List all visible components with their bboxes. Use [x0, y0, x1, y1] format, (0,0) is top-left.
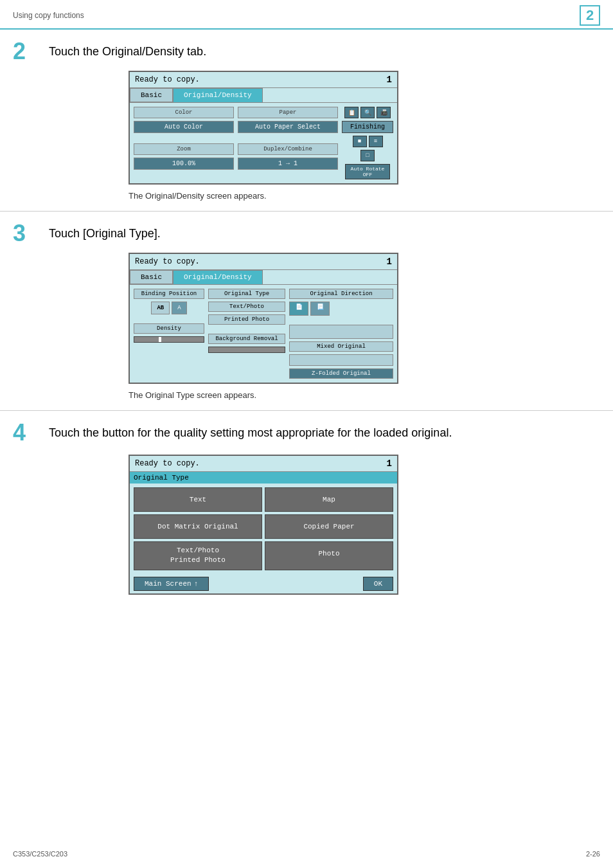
step-3-caption: The Original Type screen appears.	[129, 390, 600, 400]
step2-color-value[interactable]: Auto Color	[134, 121, 234, 133]
step-2-container: 2 Touch the Original/Density tab. Ready …	[0, 30, 613, 212]
step-2-screen: Ready to copy. 1 Basic Original/Density …	[129, 71, 398, 185]
icon-finish1: ■	[353, 136, 367, 147]
step-2-caption: The Original/Density screen appears.	[129, 191, 600, 201]
btn-map[interactable]: Map	[265, 487, 393, 512]
step2-icons: 📋 🔍 📠 Finishing ■ ≡ □ Auto Rotate OFF	[342, 107, 393, 179]
step2-left-col: Color Auto Color Zoom 100.0%	[134, 107, 234, 179]
step4-counter: 1	[387, 458, 392, 469]
step3-bg-bar	[208, 347, 285, 353]
step3-ab-btn[interactable]: AB	[151, 302, 170, 314]
step3-density-label: Density	[134, 323, 204, 334]
step-4-title: Touch the button for the quality setting…	[49, 421, 452, 440]
step3-a-btn[interactable]: A	[172, 302, 186, 314]
step3-counter: 1	[387, 257, 392, 267]
btn-main-screen[interactable]: Main Screen ↑	[134, 577, 209, 591]
step3-mid-col: Original Type Text/Photo Printed Photo B…	[208, 289, 285, 379]
step2-duplex-value[interactable]: 1 → 1	[238, 158, 338, 170]
tab-density-step2[interactable]: Original/Density	[173, 88, 263, 102]
step2-tab-bar: Basic Original/Density	[130, 88, 397, 103]
page-header: Using copy functions 2	[0, 0, 613, 30]
footer-model: C353/C253/C203	[13, 850, 67, 858]
page-number-badge: 2	[580, 5, 600, 26]
step3-orig-dir-label: Original Direction	[289, 289, 393, 299]
step4-bottom-bar: Main Screen ↑ OK	[130, 574, 397, 593]
step2-body: Color Auto Color Zoom 100.0% Paper Auto …	[130, 103, 397, 183]
step-3-header: 3 Touch [Original Type].	[13, 222, 600, 245]
tab-density-step3[interactable]: Original/Density	[173, 270, 263, 284]
btn-text[interactable]: Text	[134, 487, 262, 512]
step3-top-bar: Ready to copy. 1	[130, 254, 397, 270]
step-3-screen: Ready to copy. 1 Basic Original/Density …	[129, 253, 398, 384]
icon-finish2: ≡	[369, 136, 383, 147]
icon-copy: 📋	[344, 107, 359, 118]
icon-square: □	[360, 150, 375, 161]
step2-right-col: 📋 🔍 📠 Finishing ■ ≡ □ Auto Rotate OFF	[342, 107, 393, 179]
footer-page: 2-26	[586, 850, 600, 858]
step2-top-bar: Ready to copy. 1	[130, 72, 397, 88]
header-section-label: Using copy functions	[13, 11, 84, 20]
step2-color-label: Color	[134, 107, 234, 118]
step2-duplex-label: Duplex/Combine	[238, 143, 338, 155]
step-2-number: 2	[13, 40, 39, 63]
btn-photo[interactable]: Photo	[265, 541, 393, 570]
step-2-title: Touch the Original/Density tab.	[49, 40, 206, 59]
step3-orig-type-val1[interactable]: Text/Photo	[208, 302, 285, 312]
step4-orig-type-title: Original Type	[130, 472, 397, 484]
icon-scan: 🔍	[360, 107, 375, 118]
step2-finishing[interactable]: Finishing	[342, 121, 393, 133]
step3-dir-icon2[interactable]: 📃	[310, 302, 330, 316]
step2-auto-rotate[interactable]: Auto Rotate OFF	[345, 164, 390, 179]
step3-mixed-icon	[289, 354, 393, 366]
step4-button-grid: Text Map Dot Matrix Original Copied Pape…	[130, 484, 397, 574]
btn-copied-paper[interactable]: Copied Paper	[265, 514, 393, 539]
step3-body: Binding Position AB A Density Original T…	[130, 285, 397, 383]
step3-binding-label: Binding Position	[134, 289, 204, 299]
step2-paper-value[interactable]: Auto Paper Select	[238, 121, 338, 133]
step3-zfolded-label[interactable]: Z-Folded Original	[289, 368, 393, 379]
step-3-title: Touch [Original Type].	[49, 222, 161, 240]
btn-ok[interactable]: OK	[363, 577, 393, 591]
btn-text-photo[interactable]: Text/Photo Printed Photo	[134, 541, 262, 570]
step3-dir-icon1[interactable]: 📄	[289, 302, 308, 316]
step-4-number: 4	[13, 421, 39, 444]
step3-orig-type-label: Original Type	[208, 289, 285, 299]
tab-basic-step2[interactable]: Basic	[130, 88, 173, 102]
step-4-header: 4 Touch the button for the quality setti…	[13, 421, 600, 444]
step-4-container: 4 Touch the button for the quality setti…	[0, 411, 613, 608]
step3-bg-removal-label: Background Removal	[208, 334, 285, 344]
step-4-screen: Ready to copy. 1 Original Type Text Map …	[129, 455, 398, 595]
step2-mid-col: Paper Auto Paper Select Duplex/Combine 1…	[238, 107, 338, 179]
page-footer: C353/C253/C203 2-26	[13, 850, 600, 858]
step4-ready-text: Ready to copy.	[135, 459, 200, 468]
icon-fax: 📠	[377, 107, 391, 118]
step3-left-col: Binding Position AB A Density	[134, 289, 204, 379]
step2-zoom-label: Zoom	[134, 143, 234, 155]
step2-zoom-value[interactable]: 100.0%	[134, 158, 234, 170]
step-3-container: 3 Touch [Original Type]. Ready to copy. …	[0, 212, 613, 411]
btn-dot-matrix[interactable]: Dot Matrix Original	[134, 514, 262, 539]
step2-icon-row-1: 📋 🔍 📠	[344, 107, 391, 118]
step3-right-col: Original Direction 📄 📃 Mixed Original Z-…	[289, 289, 393, 379]
step3-empty-box	[289, 325, 393, 339]
step-2-header: 2 Touch the Original/Density tab.	[13, 40, 600, 63]
step3-density-bar	[134, 336, 204, 343]
step-3-number: 3	[13, 222, 39, 245]
step2-ready-text: Ready to copy.	[135, 75, 200, 84]
step3-mixed-label[interactable]: Mixed Original	[289, 341, 393, 352]
step2-paper-label: Paper	[238, 107, 338, 118]
step3-ready-text: Ready to copy.	[135, 257, 200, 266]
step3-tab-bar: Basic Original/Density	[130, 270, 397, 285]
step4-top-bar: Ready to copy. 1	[130, 456, 397, 472]
step2-icon-row-2: ■ ≡	[353, 136, 383, 147]
step3-orig-type-val2[interactable]: Printed Photo	[208, 314, 285, 325]
tab-basic-step3[interactable]: Basic	[130, 270, 173, 284]
step2-counter: 1	[387, 75, 392, 85]
